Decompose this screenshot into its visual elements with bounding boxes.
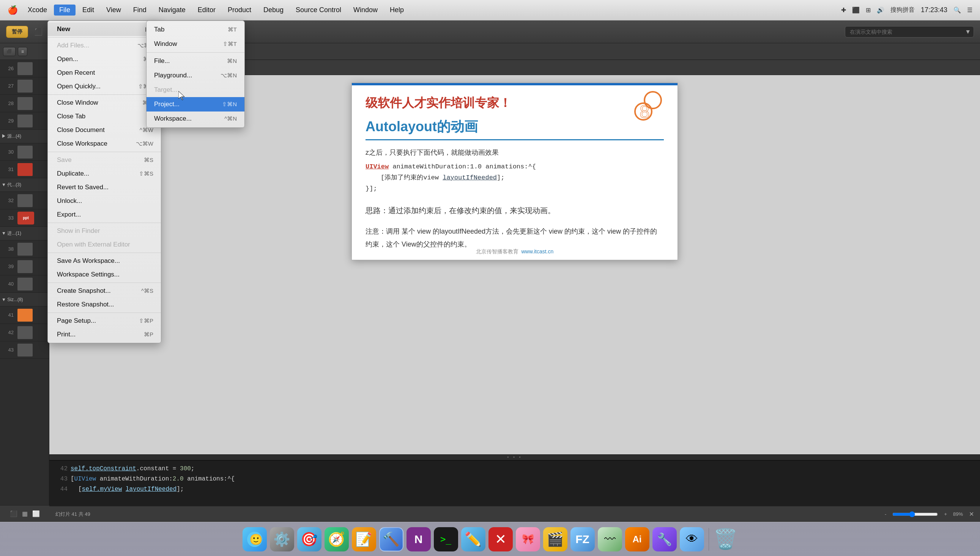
- menu-restore-snapshot[interactable]: Restore Snapshot...: [48, 298, 161, 311]
- status-right: - + 89% ✕: [885, 511, 974, 518]
- menubar-window[interactable]: Window: [348, 5, 383, 16]
- menu-create-snapshot[interactable]: Create Snapshot... ^⌘S: [48, 284, 161, 298]
- new-submenu-file[interactable]: File... ⌘N: [146, 54, 245, 68]
- search-input[interactable]: [845, 26, 974, 37]
- new-submenu-project[interactable]: Project... ⇧⌘N: [146, 97, 245, 112]
- nav-row-40[interactable]: 40: [0, 275, 49, 293]
- menubar-editor[interactable]: Editor: [193, 5, 221, 16]
- dock-icon-preview[interactable]: 👁: [680, 527, 704, 551]
- apple-menu-icon[interactable]: 🍎: [8, 5, 18, 15]
- input-method[interactable]: 搜狗拼音: [891, 6, 915, 14]
- new-submenu-window[interactable]: Window ⇧⌘T: [146, 37, 245, 51]
- dock-icon-video[interactable]: 🎬: [543, 527, 567, 551]
- plus-icon[interactable]: ✚: [841, 6, 846, 14]
- dock-icon-xcode[interactable]: 🔨: [379, 527, 403, 551]
- dock-icon-finder[interactable]: 🙂: [243, 527, 267, 551]
- dock-icon-xcode2[interactable]: 🔧: [653, 527, 677, 551]
- menu-workspace-settings[interactable]: Workspace Settings...: [48, 268, 161, 281]
- new-submenu-tab[interactable]: Tab ⌘T: [146, 23, 245, 37]
- nav-row-41[interactable]: 41: [0, 306, 49, 324]
- dock-icon-safari[interactable]: 🧭: [324, 527, 349, 551]
- nav-row-31[interactable]: 31: [0, 161, 49, 178]
- sidebar-btn-2[interactable]: ≡: [18, 47, 28, 56]
- nav-row-39[interactable]: 39: [0, 258, 49, 275]
- volume-icon[interactable]: 🔊: [877, 6, 884, 14]
- nav-row-32[interactable]: 32: [0, 192, 49, 209]
- nav-row-27[interactable]: 27: [0, 78, 49, 95]
- menu-close-workspace[interactable]: Close Workspace ⌥⌘W: [48, 137, 161, 150]
- dock-icon-filezilla[interactable]: FZ: [570, 527, 595, 551]
- nav-group-size[interactable]: ▼ Siz...(8): [0, 293, 49, 306]
- dock-icon-ai[interactable]: Ai: [625, 527, 650, 551]
- nav-row-42[interactable]: 42: [0, 324, 49, 341]
- menubar-source-control[interactable]: Source Control: [290, 5, 347, 16]
- menu-export[interactable]: Export...: [48, 208, 161, 221]
- new-sep-1: [146, 52, 245, 53]
- outline-view-btn[interactable]: ⬜: [32, 510, 40, 517]
- menu-open-quickly[interactable]: Open Quickly... ⇧⌘O: [48, 80, 161, 93]
- dock-icon-trash[interactable]: 🗑️: [714, 527, 738, 551]
- menu-close-window[interactable]: Close Window ⌘W: [48, 96, 161, 110]
- menubar-view[interactable]: View: [101, 5, 126, 16]
- slide-footer-link[interactable]: www.itcast.cn: [521, 249, 553, 254]
- menubar-navigate[interactable]: Navigate: [153, 5, 191, 16]
- dock-icon-pink[interactable]: 🎀: [516, 527, 540, 551]
- menubar-file[interactable]: File: [54, 5, 76, 16]
- new-submenu-playground[interactable]: Playground... ⌥⌘N: [146, 68, 245, 83]
- zoom-slider[interactable]: [893, 511, 938, 517]
- nav-row-29[interactable]: 29: [0, 112, 49, 130]
- grid-view-btn[interactable]: ⬛: [10, 510, 18, 517]
- dock-icon-terminal[interactable]: >_: [434, 527, 458, 551]
- menu-page-setup[interactable]: Page Setup... ⇧⌘P: [48, 314, 161, 328]
- menu-duplicate[interactable]: Duplicate... ⇧⌘S: [48, 167, 161, 181]
- resize-handle[interactable]: • • •: [49, 454, 980, 461]
- nav-group-progress[interactable]: ▼ 进...(1): [0, 227, 49, 241]
- zoom-out-icon[interactable]: -: [885, 511, 886, 517]
- nav-row-43[interactable]: 43: [0, 341, 49, 359]
- dock-icon-onenote[interactable]: N: [407, 527, 431, 551]
- ios8-icon-container: 8: [632, 91, 663, 123]
- menu-new[interactable]: New ▶: [48, 23, 161, 36]
- menubar-help[interactable]: Help: [384, 5, 409, 16]
- nav-row-28[interactable]: 28: [0, 95, 49, 112]
- nav-row-30[interactable]: 30: [0, 143, 49, 161]
- sidebar-btn-1[interactable]: ⬛: [3, 47, 16, 56]
- dock-icon-pages[interactable]: 📝: [352, 527, 376, 551]
- nav-row-26[interactable]: 26: [0, 60, 49, 78]
- search-icon[interactable]: 🔍: [953, 6, 961, 14]
- slide-footer: 北京传智播客教育 www.itcast.cn: [476, 249, 554, 255]
- screen-record-icon[interactable]: ⬛: [852, 6, 860, 14]
- nav-group-code[interactable]: ▼ 代...(3): [0, 178, 49, 192]
- nav-group-sources[interactable]: ▶ 源...(4): [0, 130, 49, 143]
- menu-open[interactable]: Open... ⌘O: [48, 52, 161, 66]
- close-panel-button[interactable]: ✕: [969, 511, 974, 518]
- dock-icon-dashboard[interactable]: 🎯: [297, 527, 321, 551]
- slide-code-block: UIView animateWithDuration:1.0 animation…: [366, 162, 664, 195]
- table-view-btn[interactable]: ▦: [22, 510, 28, 517]
- nav-row-33[interactable]: 33 ppt: [0, 209, 49, 227]
- menu-print[interactable]: Print... ⌘P: [48, 328, 161, 341]
- dock-icon-settings[interactable]: ⚙️: [270, 527, 294, 551]
- menu-save-workspace[interactable]: Save As Workspace...: [48, 254, 161, 268]
- ios8-svg: 8: [632, 91, 663, 121]
- menubar: 🍎 Xcode File Edit View Find Navigate Edi…: [0, 0, 980, 21]
- notification-icon[interactable]: ☰: [967, 6, 972, 14]
- zoom-in-icon[interactable]: +: [944, 511, 947, 517]
- menu-close-document[interactable]: Close Document ^⌘W: [48, 123, 161, 137]
- menu-open-recent[interactable]: Open Recent: [48, 66, 161, 80]
- menubar-find[interactable]: Find: [128, 5, 152, 16]
- menubar-edit[interactable]: Edit: [77, 5, 99, 16]
- menu-close-tab[interactable]: Close Tab: [48, 110, 161, 123]
- menu-unlock[interactable]: Unlock...: [48, 194, 161, 208]
- nav-row-38[interactable]: 38: [0, 241, 49, 258]
- menubar-product[interactable]: Product: [222, 5, 257, 16]
- dock-icon-red-app[interactable]: ✕: [489, 527, 513, 551]
- grid-icon[interactable]: ⊞: [866, 6, 871, 14]
- dock-icon-wave[interactable]: 〰: [598, 527, 622, 551]
- dock-icon-pencil[interactable]: ✏️: [461, 527, 486, 551]
- pause-button[interactable]: 暂停: [6, 26, 28, 38]
- menubar-debug[interactable]: Debug: [258, 5, 289, 16]
- menu-revert[interactable]: Revert to Saved...: [48, 181, 161, 194]
- new-submenu-workspace[interactable]: Workspace... ^⌘N: [146, 112, 245, 126]
- menubar-xcode[interactable]: Xcode: [23, 5, 52, 16]
